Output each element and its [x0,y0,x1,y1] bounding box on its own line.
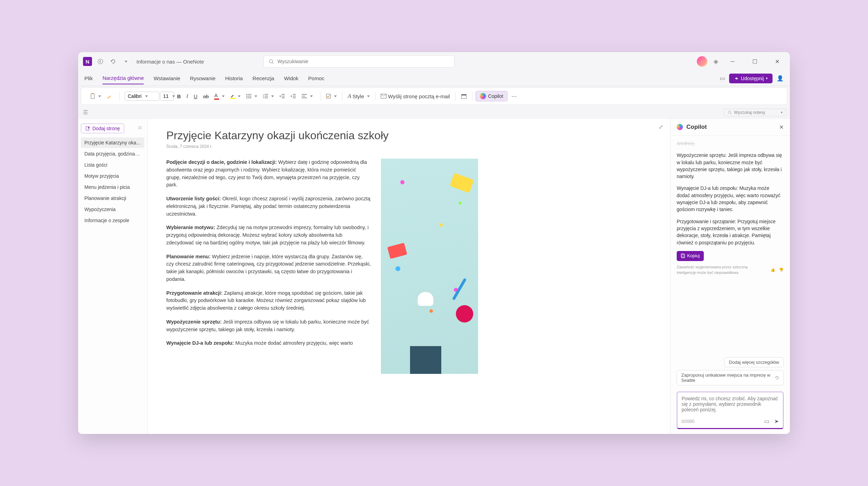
paragraph[interactable]: Wypożyczenie sprzętu: Jeśli impreza odby… [166,318,371,334]
style-button[interactable]: AStyle [345,91,372,101]
minimize-button[interactable]: ─ [725,56,741,67]
add-page-button[interactable]: Dodaj stronę [81,124,124,133]
sort-button[interactable] [136,124,144,132]
app-window: N Informacje o nas — OneNote ◈ ─ ☐ ✕ Pli… [78,52,790,434]
qat-more[interactable] [121,57,130,66]
menu-file[interactable]: Plik [84,73,93,84]
svg-rect-13 [265,96,268,97]
svg-point-1 [269,59,273,62]
suggestion-chip[interactable]: Dodaj więcej szczegółów [724,357,784,367]
format-painter[interactable] [104,92,115,101]
page-item[interactable]: Przyjęcie Katarzyny oka... [81,137,144,148]
page-item[interactable]: Data przyjęcia, godzina i... [81,149,144,159]
search-icon [269,59,274,64]
svg-point-8 [247,98,248,99]
expand-icon[interactable]: ⤢ [659,124,663,130]
numbers-button[interactable]: 123 [260,92,276,100]
thumbs-down-button[interactable]: 👎 [779,267,784,273]
search-icon [728,110,732,115]
meeting-button[interactable] [458,92,469,101]
outdent-button[interactable] [277,92,287,100]
mode-switcher[interactable]: ▭ [720,75,725,82]
tags-button[interactable] [323,92,339,101]
italic-button[interactable]: I [184,92,191,101]
bold-button[interactable]: B [175,92,183,101]
menu-insert[interactable]: Wstawianie [153,73,180,84]
paragraph[interactable]: Wynajęcie DJ-a lub zespołu: Muzyka może … [166,340,371,347]
refresh-icon [775,375,779,380]
paragraph[interactable]: Podjęcie decyzji o dacie, godzinie i lok… [166,159,371,189]
party-image[interactable] [381,159,478,374]
paragraph[interactable]: Planowanie menu: Wybierz jedzenie i napo… [166,253,371,283]
notebook-bar: ☰ Wyszukaj notesy ▾ [78,106,790,119]
toolbar-more[interactable]: ⋯ [509,91,519,101]
page-title[interactable]: Przyjęcie Katarzyny okazji ukończenia sz… [166,129,662,142]
paste-button[interactable] [87,91,103,101]
page-item[interactable]: Wypożyczenia [81,204,144,215]
disclaimer: Zawartość wygenerowana przez sztuczną in… [677,265,784,276]
people-icon[interactable]: 👤 [777,75,784,82]
page-item[interactable]: Informacje o zespole [81,215,144,226]
align-button[interactable] [299,92,315,100]
premium-icon[interactable]: ◈ [713,58,718,65]
search-input[interactable] [277,59,449,64]
content-area[interactable]: ⤢ Przyjęcie Katarzyny okazji ukończenia … [148,119,670,434]
app-icon: N [83,57,92,66]
underline-button[interactable]: U [191,92,200,101]
suggestion-chip[interactable]: Zaproponuj unikatowe miejsca na imprezę … [677,370,784,385]
copilot-msg: Wynajęcie DJ-a lub zespołu: Muzyka może … [677,185,784,213]
menu-home[interactable]: Narzędzia główne [102,72,144,84]
copilot-body: średniej. Wypożyczenie sprzętu: Jeśli im… [670,136,790,354]
page-item[interactable]: Motyw przyjęcia [81,171,144,181]
indent-button[interactable] [288,92,299,100]
send-button[interactable]: ➤ [774,418,779,425]
hamburger-icon[interactable]: ☰ [82,108,89,117]
menu-review[interactable]: Recenzja [252,73,274,84]
undo-button[interactable] [109,57,117,66]
strike-button[interactable]: ab [201,92,211,101]
thumbs-up-button[interactable]: 👍 [770,267,775,273]
menu-history[interactable]: Historia [225,73,243,84]
font-color-button[interactable]: A [212,91,227,101]
copilot-textarea[interactable] [682,396,779,415]
page-item[interactable]: Planowanie atrakcji [81,193,144,203]
menu-draw[interactable]: Rysowanie [190,73,215,84]
copy-button[interactable]: Kopiuj [677,251,704,261]
page-date: Środa, 7 czerwca 2024 r. [166,144,662,149]
font-name-select[interactable]: Calibri [125,92,159,101]
avatar[interactable] [697,56,707,67]
svg-rect-16 [282,94,285,95]
copilot-close-button[interactable]: ✕ [779,124,784,131]
svg-rect-9 [248,98,251,98]
suggestions: Dodaj więcej szczegółów Zaproponuj unika… [670,354,790,389]
menu-help[interactable]: Pomoc [308,73,325,84]
paragraph[interactable]: Utworzenie listy gości: Określ, kogo chc… [166,195,371,218]
close-button[interactable]: ✕ [769,56,785,67]
maximize-button[interactable]: ☐ [747,56,763,67]
window-title: Informacje o nas — OneNote [136,59,204,65]
email-page-button[interactable]: Wyślij stronę pocztą e-mail [378,92,452,101]
font-size-select[interactable]: 11 [160,92,174,101]
menu-view[interactable]: Widok [284,73,299,84]
svg-point-29 [728,111,731,114]
page-list: Przyjęcie Katarzyny oka...Data przyjęcia… [81,137,144,226]
page-item[interactable]: Lista gości [81,160,144,170]
notebook-search[interactable]: Wyszukaj notesy ▾ [724,109,786,116]
nav-pane: Dodaj stronę Przyjęcie Katarzyny oka...D… [78,119,148,434]
copilot-toolbar-button[interactable]: Copilot [475,91,508,101]
back-button[interactable] [96,57,105,66]
share-icon [734,76,739,81]
search-box[interactable] [264,55,454,68]
bullets-button[interactable] [244,92,260,100]
paragraph[interactable]: Wybieranie motywu: Zdecyduj się na motyw… [166,224,371,246]
text-column[interactable]: Podjęcie decyzji o dacie, godzinie i lok… [166,159,371,374]
book-icon[interactable]: ▭ [764,418,769,425]
paragraph[interactable]: Przygotowanie atrakcji: Zaplanuj atrakcj… [166,290,371,312]
edit-icon [85,126,90,131]
svg-rect-21 [293,98,296,98]
highlight-button[interactable] [228,92,243,101]
share-button[interactable]: Udostępnij ▾ [729,74,773,83]
copilot-input-box[interactable]: 0/2000 ▭ ➤ [677,392,784,429]
svg-rect-18 [282,98,285,98]
page-item[interactable]: Menu jedzenia i picia [81,182,144,192]
